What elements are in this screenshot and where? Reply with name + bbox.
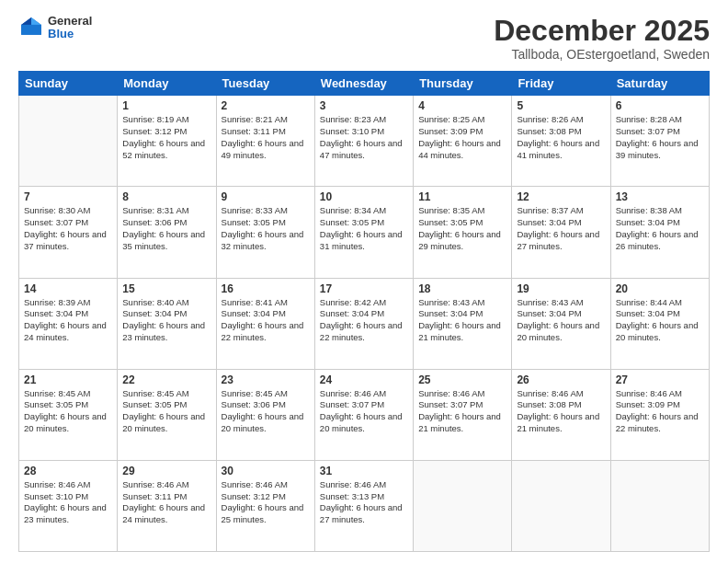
- day-number: 25: [418, 373, 506, 386]
- day-number: 7: [24, 190, 112, 203]
- day-info: Sunrise: 8:41 AMSunset: 3:04 PMDaylight:…: [222, 297, 304, 342]
- calendar-cell: 10Sunrise: 8:34 AMSunset: 3:05 PMDayligh…: [314, 187, 413, 278]
- logo-general: General: [48, 15, 92, 28]
- calendar-cell: 5Sunrise: 8:26 AMSunset: 3:08 PMDaylight…: [512, 96, 610, 187]
- day-number: 2: [222, 99, 310, 112]
- day-info: Sunrise: 8:46 AMSunset: 3:13 PMDaylight:…: [320, 479, 403, 524]
- logo-text: General Blue: [48, 15, 92, 41]
- day-info: Sunrise: 8:34 AMSunset: 3:05 PMDaylight:…: [320, 205, 403, 250]
- calendar-cell: 4Sunrise: 8:25 AMSunset: 3:09 PMDaylight…: [414, 96, 512, 187]
- calendar-week-4: 21Sunrise: 8:45 AMSunset: 3:05 PMDayligh…: [19, 369, 710, 460]
- day-number: 27: [616, 373, 704, 386]
- day-info: Sunrise: 8:46 AMSunset: 3:09 PMDaylight:…: [616, 388, 699, 433]
- day-info: Sunrise: 8:46 AMSunset: 3:08 PMDaylight:…: [517, 388, 599, 433]
- day-number: 3: [320, 99, 408, 112]
- calendar-cell: 15Sunrise: 8:40 AMSunset: 3:04 PMDayligh…: [118, 278, 216, 369]
- day-info: Sunrise: 8:23 AMSunset: 3:10 PMDaylight:…: [320, 114, 403, 159]
- day-number: 22: [122, 373, 210, 386]
- day-info: Sunrise: 8:45 AMSunset: 3:06 PMDaylight:…: [222, 388, 304, 433]
- calendar-cell: [19, 96, 118, 187]
- calendar-cell: 19Sunrise: 8:43 AMSunset: 3:04 PMDayligh…: [512, 278, 610, 369]
- day-info: Sunrise: 8:46 AMSunset: 3:10 PMDaylight:…: [24, 479, 107, 524]
- weekday-header-wednesday: Wednesday: [314, 72, 413, 96]
- calendar-cell: 12Sunrise: 8:37 AMSunset: 3:04 PMDayligh…: [512, 187, 610, 278]
- calendar-cell: 20Sunrise: 8:44 AMSunset: 3:04 PMDayligh…: [610, 278, 709, 369]
- calendar-week-3: 14Sunrise: 8:39 AMSunset: 3:04 PMDayligh…: [19, 278, 710, 369]
- logo-icon: [18, 15, 44, 40]
- day-number: 30: [222, 465, 310, 477]
- day-number: 8: [122, 190, 210, 203]
- calendar-cell: 8Sunrise: 8:31 AMSunset: 3:06 PMDaylight…: [118, 187, 216, 278]
- weekday-header-thursday: Thursday: [414, 72, 512, 96]
- weekday-header-monday: Monday: [118, 72, 216, 96]
- day-info: Sunrise: 8:42 AMSunset: 3:04 PMDaylight:…: [320, 297, 403, 342]
- day-number: 28: [24, 465, 112, 477]
- day-number: 23: [222, 373, 310, 386]
- day-number: 4: [418, 99, 506, 112]
- day-number: 31: [320, 465, 408, 477]
- calendar-cell: 23Sunrise: 8:45 AMSunset: 3:06 PMDayligh…: [216, 369, 314, 460]
- day-number: 19: [517, 282, 605, 295]
- day-number: 13: [616, 190, 704, 203]
- calendar-week-1: 1Sunrise: 8:19 AMSunset: 3:12 PMDaylight…: [19, 96, 710, 187]
- day-number: 14: [24, 282, 112, 295]
- calendar-cell: 29Sunrise: 8:46 AMSunset: 3:11 PMDayligh…: [118, 460, 216, 551]
- day-info: Sunrise: 8:35 AMSunset: 3:05 PMDaylight:…: [418, 205, 501, 250]
- day-number: 9: [222, 190, 310, 203]
- calendar-cell: 17Sunrise: 8:42 AMSunset: 3:04 PMDayligh…: [314, 278, 413, 369]
- header: General Blue December 2025 Tallboda, OEs…: [18, 15, 710, 62]
- calendar-cell: 24Sunrise: 8:46 AMSunset: 3:07 PMDayligh…: [314, 369, 413, 460]
- calendar-cell: 22Sunrise: 8:45 AMSunset: 3:05 PMDayligh…: [118, 369, 216, 460]
- day-info: Sunrise: 8:21 AMSunset: 3:11 PMDaylight:…: [222, 114, 304, 159]
- weekday-header-friday: Friday: [512, 72, 610, 96]
- calendar-cell: [610, 460, 709, 551]
- day-info: Sunrise: 8:46 AMSunset: 3:07 PMDaylight:…: [320, 388, 403, 433]
- calendar-cell: 28Sunrise: 8:46 AMSunset: 3:10 PMDayligh…: [19, 460, 118, 551]
- day-info: Sunrise: 8:45 AMSunset: 3:05 PMDaylight:…: [24, 388, 107, 433]
- calendar-week-5: 28Sunrise: 8:46 AMSunset: 3:10 PMDayligh…: [19, 460, 710, 551]
- logo: General Blue: [18, 15, 92, 41]
- day-number: 16: [222, 282, 310, 295]
- calendar-cell: 21Sunrise: 8:45 AMSunset: 3:05 PMDayligh…: [19, 369, 118, 460]
- calendar-cell: 13Sunrise: 8:38 AMSunset: 3:04 PMDayligh…: [610, 187, 709, 278]
- day-info: Sunrise: 8:25 AMSunset: 3:09 PMDaylight:…: [418, 114, 501, 159]
- day-number: 5: [517, 99, 605, 112]
- weekday-header-saturday: Saturday: [610, 72, 709, 96]
- calendar-cell: 31Sunrise: 8:46 AMSunset: 3:13 PMDayligh…: [314, 460, 413, 551]
- day-info: Sunrise: 8:38 AMSunset: 3:04 PMDaylight:…: [616, 205, 699, 250]
- day-number: 24: [320, 373, 408, 386]
- day-number: 20: [616, 282, 704, 295]
- day-number: 10: [320, 190, 408, 203]
- calendar-cell: 16Sunrise: 8:41 AMSunset: 3:04 PMDayligh…: [216, 278, 314, 369]
- day-info: Sunrise: 8:43 AMSunset: 3:04 PMDaylight:…: [418, 297, 501, 342]
- calendar-title: December 2025: [494, 15, 710, 47]
- calendar-cell: 18Sunrise: 8:43 AMSunset: 3:04 PMDayligh…: [414, 278, 512, 369]
- day-number: 18: [418, 282, 506, 295]
- day-info: Sunrise: 8:33 AMSunset: 3:05 PMDaylight:…: [222, 205, 304, 250]
- weekday-header-tuesday: Tuesday: [216, 72, 314, 96]
- calendar-cell: 14Sunrise: 8:39 AMSunset: 3:04 PMDayligh…: [19, 278, 118, 369]
- calendar-cell: 26Sunrise: 8:46 AMSunset: 3:08 PMDayligh…: [512, 369, 610, 460]
- day-info: Sunrise: 8:46 AMSunset: 3:07 PMDaylight:…: [418, 388, 501, 433]
- calendar-cell: 3Sunrise: 8:23 AMSunset: 3:10 PMDaylight…: [314, 96, 413, 187]
- weekday-header-row: SundayMondayTuesdayWednesdayThursdayFrid…: [19, 72, 710, 96]
- calendar-cell: 7Sunrise: 8:30 AMSunset: 3:07 PMDaylight…: [19, 187, 118, 278]
- day-number: 1: [122, 99, 210, 112]
- day-info: Sunrise: 8:30 AMSunset: 3:07 PMDaylight:…: [24, 205, 107, 250]
- day-number: 26: [517, 373, 605, 386]
- day-info: Sunrise: 8:31 AMSunset: 3:06 PMDaylight:…: [122, 205, 205, 250]
- calendar-cell: 1Sunrise: 8:19 AMSunset: 3:12 PMDaylight…: [118, 96, 216, 187]
- page: General Blue December 2025 Tallboda, OEs…: [0, 0, 728, 563]
- svg-marker-1: [31, 17, 41, 25]
- day-number: 12: [517, 190, 605, 203]
- day-number: 17: [320, 282, 408, 295]
- day-info: Sunrise: 8:43 AMSunset: 3:04 PMDaylight:…: [517, 297, 599, 342]
- calendar-cell: 6Sunrise: 8:28 AMSunset: 3:07 PMDaylight…: [610, 96, 709, 187]
- svg-marker-2: [21, 17, 31, 25]
- day-info: Sunrise: 8:46 AMSunset: 3:12 PMDaylight:…: [222, 479, 304, 524]
- day-info: Sunrise: 8:26 AMSunset: 3:08 PMDaylight:…: [517, 114, 599, 159]
- weekday-header-sunday: Sunday: [19, 72, 118, 96]
- day-number: 6: [616, 99, 704, 112]
- day-number: 11: [418, 190, 506, 203]
- calendar-cell: 25Sunrise: 8:46 AMSunset: 3:07 PMDayligh…: [414, 369, 512, 460]
